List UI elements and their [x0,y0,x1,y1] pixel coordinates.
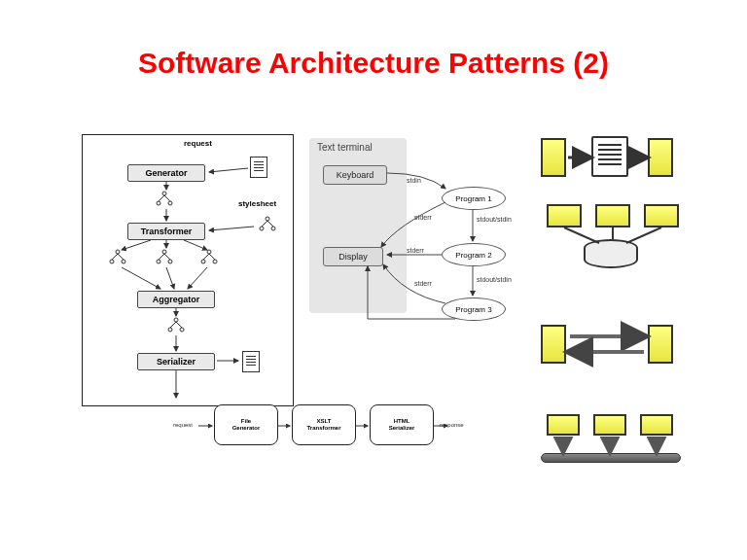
bus-icon [541,414,712,469]
svg-line-3 [159,195,164,201]
svg-point-20 [207,250,211,254]
label-stderr: stderr [414,280,432,287]
svg-point-1 [157,201,160,205]
svg-point-25 [174,318,178,322]
svg-point-10 [116,250,120,254]
stage-html-serializer: HTML Serializer [370,404,434,445]
label-text-terminal: Text terminal [317,142,373,153]
stage-line1: File [215,418,277,425]
node-aggregator: Aggregator [137,291,215,308]
svg-point-12 [122,260,125,263]
node-serializer: Serializer [137,353,215,370]
stage-line2: Generator [215,425,277,432]
label-stderr: stderr [414,214,432,221]
svg-point-21 [201,260,205,263]
svg-point-5 [266,217,269,221]
svg-line-39 [188,267,207,289]
text-terminal-diagram: Text terminal Keyboard Display Program 1… [309,138,521,342]
label-stdout-stdin: stdout/stdin [477,276,512,283]
node-program1: Program 1 [442,187,506,210]
label-stdout-stdin: stdout/stdin [477,216,512,223]
shared-repository-icon [541,204,712,270]
box-display: Display [323,247,383,266]
svg-line-30 [209,168,248,172]
svg-point-17 [168,260,172,263]
label-request: request [184,139,212,148]
tree-icon [153,190,176,209]
svg-line-38 [166,267,174,289]
svg-point-26 [168,328,172,332]
label-stdin: stdin [407,177,421,184]
svg-point-16 [157,260,160,263]
svg-line-14 [118,254,124,260]
svg-line-4 [164,195,170,201]
tree-icon [164,316,188,335]
label-request: request [173,422,193,428]
svg-line-29 [176,322,182,328]
document-icon [591,136,628,177]
svg-line-28 [170,322,176,328]
pipes-filters-diagram: request File Generator XSLT Transformer … [198,397,451,457]
stage-xslt-transformer: XSLT Transformer [292,404,356,445]
document-icon [242,351,260,372]
document-icon [250,157,267,178]
node-program3: Program 3 [442,298,506,321]
svg-point-27 [180,328,184,332]
box-keyboard: Keyboard [323,165,387,185]
stage-line1: HTML [371,418,433,425]
label-response: response [440,422,464,428]
svg-line-18 [159,254,164,260]
stage-file-generator: File Generator [214,404,278,445]
node-program2: Program 2 [442,243,506,266]
svg-point-0 [162,192,166,195]
tree-icon [197,248,221,267]
client-server-icon [541,321,712,371]
svg-point-7 [271,227,275,230]
pipe-and-filter-icon [541,134,712,189]
bus-bar-icon [541,453,681,463]
stage-line1: XSLT [293,418,355,425]
svg-line-33 [209,227,254,230]
page-title: Software Architecture Patterns (2) [0,47,747,80]
svg-point-6 [260,227,264,230]
tree-icon [153,248,176,267]
label-stderr: stderr [407,247,424,254]
svg-point-2 [168,201,172,205]
node-transformer: Transformer [127,223,205,240]
pipeline-diagram: request Generator stylesheet Transformer… [82,134,294,406]
svg-point-15 [162,250,166,254]
tree-icon [106,248,129,267]
label-stylesheet: stylesheet [238,199,276,208]
svg-line-9 [267,221,273,227]
svg-point-22 [213,260,217,263]
svg-point-11 [110,260,114,263]
svg-line-8 [262,221,267,227]
svg-line-37 [122,267,160,289]
node-generator: Generator [127,164,205,182]
svg-line-19 [164,254,170,260]
svg-line-13 [112,254,118,260]
svg-line-24 [209,254,215,260]
tree-icon [256,215,279,234]
stage-line2: Serializer [371,425,433,432]
terminal-panel [309,138,407,313]
stage-line2: Transformer [293,425,355,432]
svg-line-51 [626,228,661,243]
svg-line-23 [203,254,209,260]
database-icon [584,239,638,268]
